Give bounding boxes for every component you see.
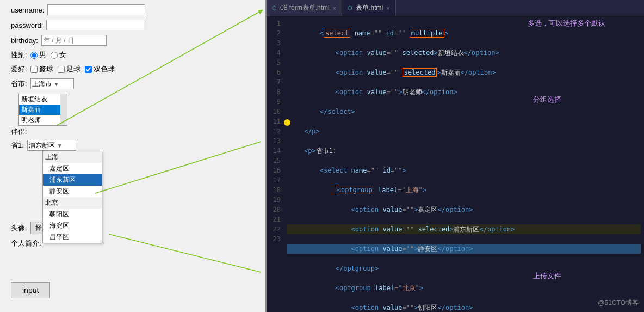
hobby-football-item[interactable]: 足球 [58, 64, 81, 74]
hobby-lottery-label: 双色球 [94, 64, 115, 74]
companion-label-row: 伴侣: [11, 127, 247, 137]
province-row: 省市: 上海市 ▼ [11, 78, 247, 89]
right-panel: ⬡ 08 form表单.html × ⬡ 表单.html × 1 2 3 4 5… [267, 0, 644, 312]
code-content[interactable]: <select name="" id="" multiple> <option … [284, 16, 644, 312]
gender-male-radio[interactable] [30, 52, 38, 59]
province1-value: 浦东新区 [29, 141, 55, 150]
hobby-basketball-label: 篮球 [39, 64, 53, 74]
tab-label-1: 表单.html [356, 3, 383, 13]
province-label: 省市: [11, 79, 27, 89]
dropdown-item-jingan[interactable]: 静安区 [43, 186, 102, 197]
hobby-football-label: 足球 [66, 64, 81, 74]
gender-row: 性别: 男 女 [11, 50, 247, 60]
password-input[interactable] [46, 20, 144, 30]
hobby-football-check[interactable] [58, 66, 65, 73]
province1-row: 省1: 浦东新区 ▼ 上海 嘉定区 浦东新区 静安区 北京 朝阳区 海淀区 昌平… [11, 140, 247, 151]
line-numbers: 1 2 3 4 5 6 7 8 9 10 11 12 13 14 15 16 1… [267, 16, 284, 312]
province1-select[interactable]: 浦东新区 ▼ [27, 140, 76, 151]
editor-body: 1 2 3 4 5 6 7 8 9 10 11 12 13 14 15 16 1… [267, 16, 644, 312]
dropdown-group-shanghai: 上海 [43, 151, 102, 163]
tab-icon-0: ⬡ [272, 5, 277, 11]
birthday-input[interactable] [41, 35, 107, 46]
username-row: username: [11, 4, 247, 15]
companion-row: 新垣结衣 斯嘉丽 明老师 [11, 94, 247, 126]
province-select[interactable]: 上海市 ▼ [30, 78, 74, 89]
province1-arrow-icon: ▼ [57, 143, 63, 149]
submit-area: input [11, 282, 50, 298]
tab-label-0: 08 form表单.html [280, 3, 330, 13]
dropdown-item-haidian[interactable]: 海淀区 [43, 220, 102, 231]
code-line-11: <option value="" selected>浦东新区</option> [287, 224, 641, 234]
form-area: username: password: birthday: 性别: 男 女 [0, 0, 258, 312]
hobby-lottery-item[interactable]: 双色球 [85, 64, 115, 74]
companion-item-1[interactable]: 斯嘉丽 [19, 105, 67, 115]
gender-male-label: 男 [39, 50, 46, 60]
province-value: 上海市 [32, 79, 52, 89]
left-panel: username: password: birthday: 性别: 男 女 [0, 0, 267, 312]
hobby-label: 爱好: [11, 64, 27, 74]
submit-button[interactable]: input [11, 282, 50, 298]
code-line-7: <p>省市1: [287, 146, 641, 156]
gender-female-label: 女 [59, 50, 66, 60]
code-line-6: </p> [287, 126, 641, 136]
tab-close-0[interactable]: × [333, 5, 336, 11]
code-line-14: <optgroup label="北京"> [287, 283, 641, 293]
hobby-basketball-item[interactable]: 篮球 [30, 64, 53, 74]
code-line-10: <option value="">嘉定区</option> [287, 205, 641, 215]
code-line-1: <select name="" id="" multiple> [287, 28, 641, 38]
companion-listbox[interactable]: 新垣结衣 斯嘉丽 明老师 [18, 94, 67, 126]
birthday-row: birthday: [11, 35, 247, 46]
dropdown-item-pudong[interactable]: 浦东新区 [43, 174, 102, 186]
dropdown-item-changping[interactable]: 昌平区 [43, 231, 102, 243]
listbox-scrollbar[interactable] [60, 94, 67, 125]
birthday-label: birthday: [11, 36, 38, 45]
dropdown-item-jiading[interactable]: 嘉定区 [43, 163, 102, 174]
biography-label: 个人简介: [11, 238, 41, 248]
province1-label: 省1: [11, 140, 24, 150]
gender-male-item[interactable]: 男 [30, 50, 46, 60]
tab-close-1[interactable]: × [386, 5, 389, 11]
avatar-label: 头像: [11, 223, 27, 233]
code-line-5: </select> [287, 107, 641, 117]
yellow-dot-indicator [284, 119, 290, 126]
code-line-8: <select name="" id=""> [287, 166, 641, 175]
code-line-2: <option value="" selected>新垣结衣</option> [287, 48, 641, 58]
code-line-15: <option value="">朝阳区</option> [287, 303, 641, 312]
hobby-group: 篮球 足球 双色球 [30, 64, 115, 74]
province1-dropdown[interactable]: 上海 嘉定区 浦东新区 静安区 北京 朝阳区 海淀区 昌平区 [42, 151, 102, 243]
companion-item-2[interactable]: 明老师 [19, 115, 67, 125]
password-row: password: [11, 20, 247, 30]
username-input[interactable] [47, 4, 145, 15]
tab-form-html[interactable]: ⬡ 08 form表单.html × [267, 0, 342, 16]
code-line-3: <option value="" selected>斯嘉丽</option> [287, 68, 641, 77]
companion-label: 伴侣: [11, 127, 27, 137]
tab-icon-1: ⬡ [348, 5, 352, 11]
code-line-4: <option value="">明老师</option> [287, 87, 641, 97]
gender-label: 性别: [11, 50, 27, 60]
hobby-lottery-check[interactable] [85, 66, 92, 73]
province-arrow-icon: ▼ [54, 81, 59, 87]
dropdown-item-chaoyang[interactable]: 朝阳区 [43, 209, 102, 220]
hobby-basketball-check[interactable] [30, 66, 38, 73]
code-line-13: </optgroup> [287, 264, 641, 273]
watermark: @51CTO博客 [598, 298, 639, 308]
editor-tabs: ⬡ 08 form表单.html × ⬡ 表单.html × [267, 0, 644, 16]
hobby-row: 爱好: 篮球 足球 双色球 [11, 64, 247, 74]
companion-item-0[interactable]: 新垣结衣 [19, 94, 67, 105]
code-line-9: <optgroup label="上海"> [287, 185, 641, 195]
code-line-12: <option value="">静安区</option> [287, 244, 641, 254]
gender-female-item[interactable]: 女 [51, 50, 66, 60]
dropdown-group-beijing: 北京 [43, 197, 102, 209]
gender-group: 男 女 [30, 50, 66, 60]
gender-female-radio[interactable] [51, 52, 58, 59]
password-label: password: [11, 21, 43, 29]
username-label: username: [11, 6, 44, 14]
tab-form-html-2[interactable]: ⬡ 表单.html × [342, 0, 395, 16]
